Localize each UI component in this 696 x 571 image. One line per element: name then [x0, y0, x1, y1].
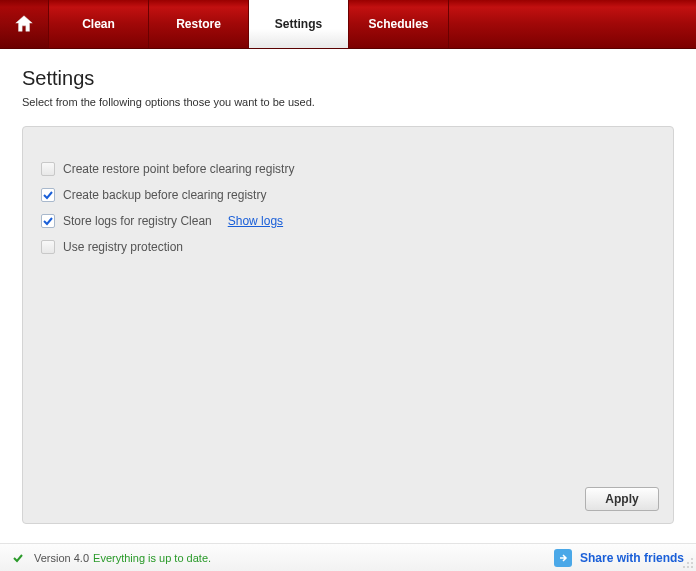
share-with-friends-link[interactable]: Share with friends	[554, 549, 684, 567]
option-row-registry-protection: Use registry protection	[41, 235, 655, 259]
app-header: Clean Restore Settings Schedules	[0, 0, 696, 49]
option-row-create-backup: Create backup before clearing registry	[41, 183, 655, 207]
settings-panel: Create restore point before clearing reg…	[22, 126, 674, 524]
svg-point-3	[691, 566, 693, 568]
option-label: Store logs for registry Clean	[63, 214, 212, 228]
page-title: Settings	[22, 67, 674, 90]
checkbox-restore-point[interactable]	[41, 162, 55, 176]
svg-point-1	[691, 562, 693, 564]
status-ok-icon	[12, 552, 24, 564]
tab-label: Clean	[82, 17, 115, 31]
checkmark-icon	[42, 215, 54, 227]
option-label: Create restore point before clearing reg…	[63, 162, 294, 176]
option-row-store-logs: Store logs for registry Clean Show logs	[41, 209, 655, 233]
page-subtitle: Select from the following options those …	[22, 96, 674, 108]
svg-point-4	[687, 566, 689, 568]
svg-point-0	[691, 558, 693, 560]
option-label: Use registry protection	[63, 240, 183, 254]
checkbox-registry-protection[interactable]	[41, 240, 55, 254]
checkbox-create-backup[interactable]	[41, 188, 55, 202]
tab-schedules[interactable]: Schedules	[349, 0, 449, 48]
checkmark-icon	[42, 189, 54, 201]
option-row-restore-point: Create restore point before clearing reg…	[41, 157, 655, 181]
share-label: Share with friends	[580, 551, 684, 565]
tab-settings[interactable]: Settings	[249, 0, 349, 48]
version-label: Version 4.0	[34, 552, 89, 564]
checkbox-store-logs[interactable]	[41, 214, 55, 228]
status-bar: Version 4.0 Everything is up to date. Sh…	[0, 543, 696, 571]
share-icon	[554, 549, 572, 567]
content-area: Settings Select from the following optio…	[0, 49, 696, 534]
resize-grip-icon[interactable]	[682, 557, 694, 569]
show-logs-link[interactable]: Show logs	[228, 214, 283, 228]
tab-clean[interactable]: Clean	[49, 0, 149, 48]
home-icon	[13, 13, 35, 35]
tab-restore[interactable]: Restore	[149, 0, 249, 48]
tab-label: Restore	[176, 17, 221, 31]
apply-button[interactable]: Apply	[585, 487, 659, 511]
home-button[interactable]	[0, 0, 49, 48]
svg-point-2	[687, 562, 689, 564]
version-status: Everything is up to date.	[93, 552, 211, 564]
tab-label: Settings	[275, 17, 322, 31]
tab-label: Schedules	[368, 17, 428, 31]
svg-point-5	[683, 566, 685, 568]
option-label: Create backup before clearing registry	[63, 188, 266, 202]
